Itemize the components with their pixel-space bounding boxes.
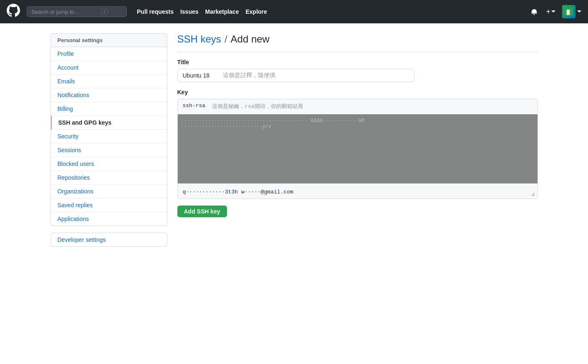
navbar-link-explore[interactable]: Explore [245,8,267,15]
key-email-partial: q············3t3h w·····@gmail.com [183,189,293,195]
search-box[interactable]: / [27,6,127,17]
sidebar-item-notifications[interactable]: Notifications [51,88,167,102]
navbar-links: Pull requests Issues Marketplace Explore [137,8,522,15]
key-first-line: ssh-rsa 這個是秘鑰，rsa開頭，你的郵箱結尾 [183,103,532,110]
key-last-line: q············3t3h w·····@gmail.com [183,189,293,195]
key-form-group: Key ssh-rsa 這個是秘鑰，rsa開頭，你的郵箱結尾 ·········… [177,89,538,199]
create-new-button[interactable]: + [544,6,557,18]
sidebar-item-blocked-users[interactable]: Blocked users [51,157,167,171]
title-form-group: Title Ubuntu 18 這個是註釋，隨便填 [177,59,538,82]
page-layout: Personal settings Profile Account Emails… [44,23,545,257]
sidebar-item-profile[interactable]: Profile [51,47,167,61]
sidebar-item-account[interactable]: Account [51,61,167,75]
navbar-link-marketplace[interactable]: Marketplace [205,8,239,15]
navbar-right: + ▉ [529,5,581,18]
add-ssh-key-button[interactable]: Add SSH key [177,206,227,217]
plus-icon: + [546,8,550,16]
github-logo-icon[interactable] [7,4,20,20]
page-subtitle: Add new [231,33,270,45]
key-input-container[interactable]: ssh-rsa 這個是秘鑰，rsa開頭，你的郵箱結尾 ·············… [177,99,538,199]
avatar: ▉ [562,5,575,18]
navbar-link-issues[interactable]: Issues [180,8,199,15]
slash-shortcut: / [101,8,108,15]
title-input-hint: 這個是註釋，隨便填 [220,69,279,82]
resize-handle-icon[interactable]: ⊿ [531,192,537,198]
page-header: SSH keys / Add new [177,33,538,52]
key-label: Key [177,89,538,95]
breadcrumb-separator: / [225,33,227,45]
sidebar-item-repositories[interactable]: Repositories [51,171,167,185]
navbar-link-pull-requests[interactable]: Pull requests [137,8,174,15]
user-menu[interactable]: ▉ [562,5,581,18]
sidebar-item-applications[interactable]: Applications [51,212,167,226]
title-input-container[interactable]: Ubuntu 18 這個是註釋，隨便填 [177,69,414,82]
title-label: Title [177,59,538,65]
sidebar-item-emails[interactable]: Emails [51,75,167,88]
main-content: SSH keys / Add new Title Ubuntu 18 這個是註釋… [177,33,538,247]
sidebar-item-saved-replies[interactable]: Saved replies [51,198,167,212]
notifications-button[interactable] [529,7,539,17]
top-navbar: / Pull requests Issues Marketplace Explo… [0,0,588,23]
sidebar-item-billing[interactable]: Billing [51,102,167,116]
chevron-down-icon [577,10,581,14]
sidebar-item-sessions[interactable]: Sessions [51,143,167,157]
sidebar: Personal settings Profile Account Emails… [50,33,167,247]
search-input[interactable] [31,9,98,15]
sidebar-item-ssh-gpg-keys[interactable]: SSH and GPG keys [51,116,167,130]
key-hint-text: 這個是秘鑰，rsa開頭，你的郵箱結尾 [212,103,303,110]
ssh-keys-breadcrumb-link[interactable]: SSH keys [177,33,221,45]
sidebar-item-security[interactable]: Security [51,130,167,143]
key-obscured-content: ····················· ··················… [178,114,538,183]
developer-settings-section: Developer settings [50,233,167,247]
title-input-value: Ubuntu 18 [178,70,220,81]
sidebar-section-title: Personal settings [50,33,167,47]
sidebar-nav: Profile Account Emails Notifications Bil… [50,47,167,226]
sidebar-item-developer-settings[interactable]: Developer settings [51,233,167,246]
submit-area: Add SSH key [177,206,538,217]
key-prefix: ssh-rsa [183,103,206,110]
sidebar-item-organizations[interactable]: Organizations [51,185,167,198]
svg-text:▉: ▉ [566,10,570,15]
